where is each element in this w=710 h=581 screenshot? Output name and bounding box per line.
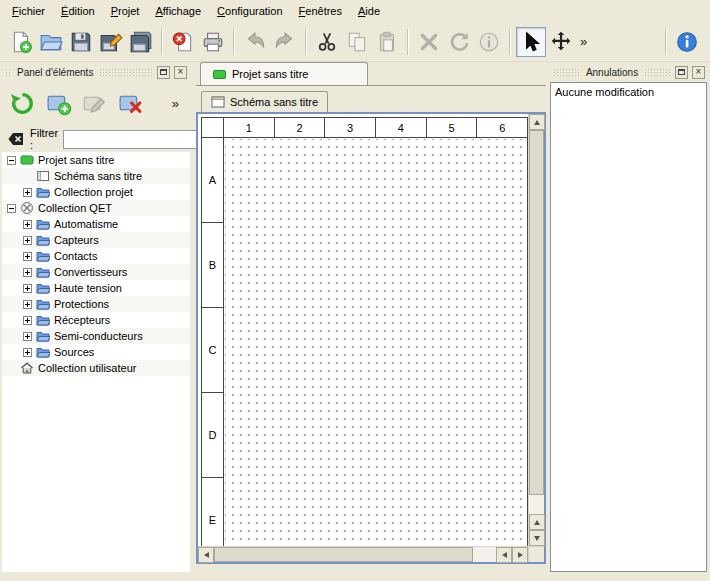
save-as-button[interactable]: [96, 27, 126, 57]
horizontal-scroll-thumb[interactable]: [214, 547, 473, 562]
horizontal-scroll-track[interactable]: [214, 547, 496, 562]
menu-configuration[interactable]: Configuration: [209, 1, 290, 21]
tree-item-label: Collection QET: [38, 202, 112, 214]
new-project-button[interactable]: [6, 27, 36, 57]
column-header: 2: [275, 118, 326, 137]
scrollbar-corner: [528, 546, 544, 562]
new-element-button[interactable]: [45, 90, 72, 117]
tree-item-collection-qet[interactable]: Collection QET: [2, 200, 190, 216]
project-icon: [213, 70, 226, 79]
menu-fichier[interactable]: Fichier: [4, 1, 53, 21]
expand-icon[interactable]: [23, 236, 32, 245]
collapse-icon[interactable]: [7, 204, 16, 213]
scroll-up-button-2[interactable]: [529, 514, 545, 530]
expand-icon[interactable]: [23, 316, 32, 325]
undo-history-list[interactable]: Aucune modification: [550, 82, 707, 572]
filter-input[interactable]: [63, 130, 213, 149]
expand-icon[interactable]: [23, 332, 32, 341]
cut-button[interactable]: [312, 27, 342, 57]
toolbar-overflow-chevron[interactable]: »: [576, 34, 591, 49]
scroll-up-button[interactable]: [529, 114, 545, 130]
vertical-scroll-track[interactable]: [529, 130, 544, 514]
tree-item-haute-tension[interactable]: Haute tension: [2, 280, 190, 296]
undo-panel-titlebar[interactable]: Annulations ×: [550, 64, 708, 80]
scroll-down-button[interactable]: [529, 530, 545, 546]
reload-collections-button[interactable]: [9, 90, 36, 117]
tree-item-label: Sources: [54, 346, 94, 358]
diagram-sheet[interactable]: 1 2 3 4 5 6 A B C D E: [198, 114, 528, 546]
tree-item-semi-conducteurs[interactable]: Semi-conducteurs: [2, 328, 190, 344]
toolbar-separator: [407, 29, 409, 55]
copy-button[interactable]: [342, 27, 372, 57]
conductor-info-button[interactable]: [474, 27, 504, 57]
about-qet-button[interactable]: [672, 27, 702, 57]
redo-button[interactable]: [270, 27, 300, 57]
vertical-scroll-thumb[interactable]: [529, 130, 544, 495]
tree-item-projet-sans-titre[interactable]: Projet sans titre: [2, 152, 190, 168]
folder-icon: [36, 313, 50, 327]
expand-icon[interactable]: [23, 252, 32, 261]
tree-item-collection-utilisateur[interactable]: Collection utilisateur: [2, 360, 190, 376]
close-panel-button[interactable]: ×: [174, 66, 187, 79]
tree-item-convertisseurs[interactable]: Convertisseurs: [2, 264, 190, 280]
scroll-left-button[interactable]: [198, 547, 214, 563]
tree-item-label: Semi-conducteurs: [54, 330, 143, 342]
menu-aide[interactable]: Aide: [350, 1, 388, 21]
save-button[interactable]: [66, 27, 96, 57]
expand-icon[interactable]: [23, 268, 32, 277]
select-mode-button[interactable]: [516, 27, 546, 57]
expand-icon[interactable]: [23, 348, 32, 357]
paste-button[interactable]: [372, 27, 402, 57]
tree-item-protections[interactable]: Protections: [2, 296, 190, 312]
diagram-canvas[interactable]: [225, 139, 527, 546]
tree-item-label: Protections: [54, 298, 109, 310]
collapse-icon[interactable]: [7, 156, 16, 165]
expand-icon[interactable]: [23, 188, 32, 197]
elements-tree[interactable]: Projet sans titre Schéma sans titre Coll…: [2, 152, 190, 572]
tree-item-capteurs[interactable]: Capteurs: [2, 232, 190, 248]
edit-element-button[interactable]: [81, 90, 108, 117]
open-project-button[interactable]: [36, 27, 66, 57]
float-panel-button[interactable]: [675, 66, 688, 79]
delete-button[interactable]: [414, 27, 444, 57]
schema-icon: [211, 96, 225, 108]
float-panel-button[interactable]: [157, 66, 170, 79]
tree-item-label: Convertisseurs: [54, 266, 127, 278]
pan-mode-button[interactable]: [546, 27, 576, 57]
expand-icon[interactable]: [23, 300, 32, 309]
scroll-right-button[interactable]: [512, 547, 528, 563]
save-icon: [69, 30, 93, 54]
scroll-left-button-2[interactable]: [496, 547, 512, 563]
menu-projet[interactable]: Projet: [103, 1, 148, 21]
close-panel-button[interactable]: ×: [692, 66, 705, 79]
project-tabbar: Projet sans titre: [196, 62, 546, 86]
toolbar-separator: [509, 29, 511, 55]
elements-panel-titlebar[interactable]: Panel d'éléments ×: [2, 64, 190, 80]
tree-item-schema-sans-titre[interactable]: Schéma sans titre: [2, 168, 190, 184]
tree-item-automatisme[interactable]: Automatisme: [2, 216, 190, 232]
menu-affichage[interactable]: Affichage: [147, 1, 209, 21]
float-icon: [160, 69, 167, 75]
tree-item-recepteurs[interactable]: Récepteurs: [2, 312, 190, 328]
tab-projet-sans-titre[interactable]: Projet sans titre: [200, 62, 368, 85]
tab-schema-sans-titre[interactable]: Schéma sans titre: [201, 91, 328, 112]
undo-button[interactable]: [240, 27, 270, 57]
column-header: 1: [224, 118, 275, 137]
panel-overflow-chevron[interactable]: »: [168, 96, 183, 111]
menu-fenetres[interactable]: Fenêtres: [291, 1, 350, 21]
tree-item-contacts[interactable]: Contacts: [2, 248, 190, 264]
expand-icon[interactable]: [23, 220, 32, 229]
close-file-icon: [171, 30, 195, 54]
print-button[interactable]: [198, 27, 228, 57]
save-all-button[interactable]: [126, 27, 156, 57]
clear-filter-button[interactable]: [7, 130, 25, 148]
expand-icon[interactable]: [23, 284, 32, 293]
horizontal-scrollbar[interactable]: [198, 546, 528, 562]
delete-element-button[interactable]: [117, 90, 144, 117]
close-file-button[interactable]: [168, 27, 198, 57]
vertical-scrollbar[interactable]: [528, 114, 544, 546]
tree-item-collection-projet[interactable]: Collection projet: [2, 184, 190, 200]
tree-item-sources[interactable]: Sources: [2, 344, 190, 360]
rotate-button[interactable]: [444, 27, 474, 57]
menu-edition[interactable]: Édition: [53, 1, 103, 21]
